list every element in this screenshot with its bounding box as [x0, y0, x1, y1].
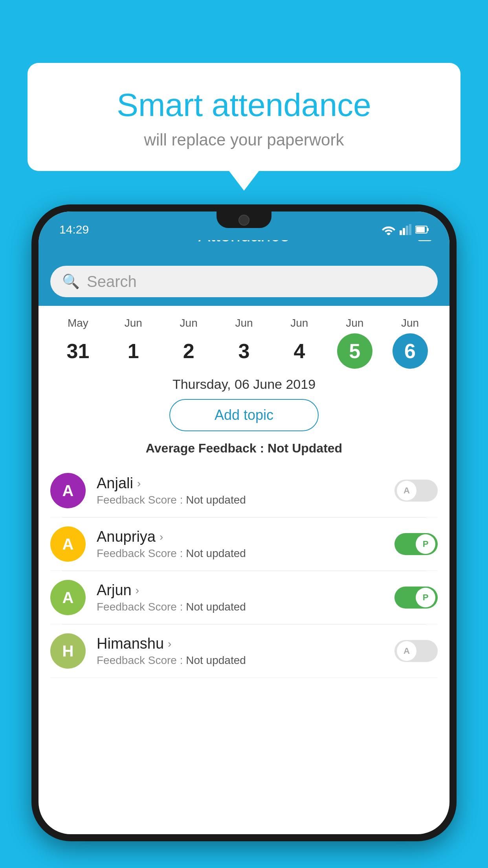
toggle-knob: P — [416, 534, 435, 554]
svg-rect-1 — [403, 228, 405, 235]
speech-bubble-subtitle: will replace your paperwork — [47, 131, 441, 149]
status-icons — [382, 224, 429, 235]
search-bar[interactable]: 🔍 Search — [50, 266, 438, 297]
speech-bubble-tail — [229, 171, 259, 191]
student-info: Arjun ›Feedback Score : Not updated — [97, 582, 394, 613]
signal-icon — [400, 224, 411, 235]
cal-date-number: 4 — [282, 333, 317, 369]
name-arrow: › — [168, 638, 171, 650]
calendar-day-4[interactable]: Jun4 — [272, 317, 327, 369]
phone-camera — [238, 215, 250, 226]
selected-date-label: Thursday, 06 June 2019 — [39, 373, 449, 399]
student-name: Anjali › — [97, 475, 394, 492]
attendance-toggle[interactable]: A — [394, 480, 438, 502]
student-avatar: H — [50, 633, 86, 669]
status-time: 14:29 — [59, 223, 89, 236]
cal-month-label: May — [68, 317, 88, 329]
name-arrow: › — [137, 477, 141, 490]
calendar-strip: May31Jun1Jun2Jun3Jun4Jun5Jun6 — [39, 306, 449, 373]
search-input[interactable]: Search — [87, 273, 137, 291]
phone-body: 14:29 — [31, 204, 457, 841]
attendance-toggle[interactable]: P — [394, 533, 438, 555]
cal-date-number: 2 — [171, 333, 206, 369]
svg-rect-2 — [406, 226, 408, 235]
student-feedback: Feedback Score : Not updated — [97, 654, 394, 667]
battery-icon — [415, 225, 429, 234]
student-row[interactable]: AAnjali ›Feedback Score : Not updatedA — [50, 464, 438, 517]
name-arrow: › — [136, 584, 139, 597]
student-row[interactable]: HHimanshu ›Feedback Score : Not updatedA — [50, 625, 438, 678]
avg-feedback: Average Feedback : Not Updated — [39, 439, 449, 464]
phone-screen: 14:29 — [39, 211, 449, 834]
avg-feedback-value: Not Updated — [268, 441, 342, 455]
cal-date-number: 1 — [116, 333, 151, 369]
search-container: 🔍 Search — [39, 259, 449, 306]
svg-rect-0 — [400, 230, 402, 235]
cal-month-label: Jun — [235, 317, 253, 329]
cal-date-number: 5 — [337, 333, 372, 369]
phone-wrapper: 14:29 — [31, 204, 457, 868]
student-info: Himanshu ›Feedback Score : Not updated — [97, 635, 394, 667]
student-avatar: A — [50, 473, 86, 508]
attendance-toggle[interactable]: A — [394, 640, 438, 662]
calendar-day-6[interactable]: Jun6 — [382, 317, 438, 369]
svg-rect-3 — [409, 224, 411, 235]
cal-month-label: Jun — [290, 317, 308, 329]
name-arrow: › — [160, 531, 163, 543]
student-name: Arjun › — [97, 582, 394, 599]
cal-month-label: Jun — [401, 317, 419, 329]
speech-bubble-wrapper: Smart attendance will replace your paper… — [28, 63, 460, 191]
student-avatar: A — [50, 526, 86, 562]
student-name: Anupriya › — [97, 528, 394, 545]
student-row[interactable]: AArjun ›Feedback Score : Not updatedP — [50, 571, 438, 624]
speech-bubble: Smart attendance will replace your paper… — [28, 63, 460, 171]
speech-bubble-title: Smart attendance — [47, 86, 441, 123]
student-list: AAnjali ›Feedback Score : Not updatedAAA… — [39, 464, 449, 678]
cal-date-number: 3 — [226, 333, 262, 369]
student-feedback: Feedback Score : Not updated — [97, 547, 394, 560]
calendar-day-1[interactable]: Jun1 — [106, 317, 161, 369]
cal-date-number: 6 — [393, 333, 428, 369]
student-feedback: Feedback Score : Not updated — [97, 601, 394, 613]
student-info: Anjali ›Feedback Score : Not updated — [97, 475, 394, 506]
student-info: Anupriya ›Feedback Score : Not updated — [97, 528, 394, 560]
avg-feedback-label: Average Feedback : — [146, 441, 268, 455]
calendar-day-3[interactable]: Jun3 — [216, 317, 272, 369]
cal-month-label: Jun — [125, 317, 142, 329]
cal-month-label: Jun — [346, 317, 363, 329]
svg-rect-6 — [427, 228, 429, 231]
toggle-knob: A — [397, 641, 416, 661]
svg-rect-5 — [416, 227, 425, 232]
student-row[interactable]: AAnupriya ›Feedback Score : Not updatedP — [50, 518, 438, 571]
search-icon: 🔍 — [62, 273, 80, 290]
toggle-knob: P — [416, 588, 435, 607]
student-name: Himanshu › — [97, 635, 394, 652]
toggle-knob: A — [397, 481, 416, 500]
phone-notch — [216, 211, 272, 228]
calendar-day-2[interactable]: Jun2 — [161, 317, 216, 369]
wifi-icon — [382, 224, 396, 235]
student-feedback: Feedback Score : Not updated — [97, 494, 394, 506]
calendar-day-31[interactable]: May31 — [50, 317, 106, 369]
attendance-toggle[interactable]: P — [394, 587, 438, 609]
cal-date-number: 31 — [60, 333, 95, 369]
cal-month-label: Jun — [180, 317, 198, 329]
add-topic-button[interactable]: Add topic — [169, 399, 319, 431]
student-avatar: A — [50, 580, 86, 615]
calendar-day-5[interactable]: Jun5 — [327, 317, 382, 369]
